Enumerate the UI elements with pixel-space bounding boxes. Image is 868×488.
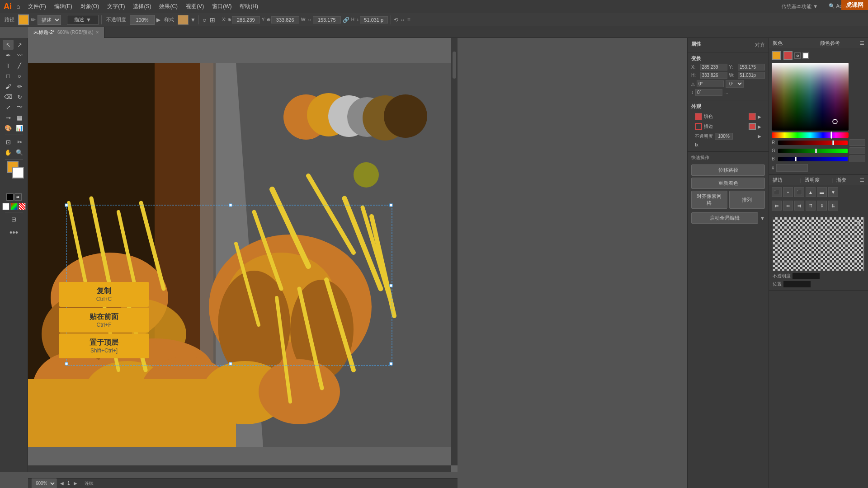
copy-menu-item[interactable]: 复制 Ctrl+C bbox=[59, 282, 149, 307]
color-gradient-picker[interactable] bbox=[772, 63, 849, 131]
position-slider-bar[interactable] bbox=[783, 281, 811, 287]
stroke-panel-title[interactable]: 描边 bbox=[773, 177, 796, 183]
gradient-fill-btn[interactable] bbox=[10, 203, 18, 210]
shear-input[interactable] bbox=[695, 89, 722, 96]
swap-colors-btn[interactable]: ⇄ bbox=[14, 193, 22, 201]
x-coord-input[interactable] bbox=[232, 16, 260, 23]
none-fill-btn[interactable] bbox=[19, 203, 26, 210]
dist-mid-btn[interactable]: ⇕ bbox=[817, 201, 827, 211]
transform-icon[interactable]: ⟲ bbox=[394, 17, 398, 23]
text-tool[interactable]: T bbox=[3, 61, 14, 70]
dist-bottom-btn[interactable]: ⇊ bbox=[828, 201, 838, 211]
align-left-btn[interactable]: ⬛ bbox=[772, 187, 782, 197]
selection-tool[interactable]: ↖ bbox=[3, 40, 14, 50]
zoom-select[interactable]: 600% bbox=[32, 479, 57, 488]
reflect-icon[interactable]: ↔ bbox=[400, 17, 406, 23]
color-panel-menu-btn[interactable]: ☰ bbox=[860, 40, 864, 46]
paint-brush-tool[interactable]: 🖌 bbox=[3, 81, 14, 91]
warp-tool[interactable]: 〜 bbox=[14, 102, 25, 112]
menu-effects[interactable]: 效果(C) bbox=[156, 2, 181, 11]
white-fill-btn[interactable] bbox=[802, 52, 809, 59]
graph-tool[interactable]: 📊 bbox=[14, 123, 25, 133]
ellipse-tool[interactable]: ○ bbox=[14, 71, 25, 81]
rotate-select[interactable]: 0° bbox=[726, 80, 744, 88]
align-mid-btn[interactable]: ▬ bbox=[817, 187, 827, 197]
change-screen-mode-btn[interactable]: ⊟ bbox=[3, 214, 25, 224]
tx-input[interactable] bbox=[700, 64, 727, 70]
dist-left-btn[interactable]: ⇇ bbox=[772, 201, 782, 211]
scroll-thumb-vertical[interactable] bbox=[453, 52, 456, 79]
menu-object[interactable]: 对象(O) bbox=[77, 2, 103, 11]
r-bar[interactable] bbox=[778, 141, 848, 145]
freeform-tool[interactable]: 〰 bbox=[14, 50, 25, 60]
artwork-canvas[interactable] bbox=[28, 38, 458, 472]
menu-select[interactable]: 选择(S) bbox=[129, 2, 155, 11]
paste-front-menu-item[interactable]: 贴在前面 Ctrl+F bbox=[59, 308, 149, 333]
align-center-btn[interactable]: ▪ bbox=[783, 187, 793, 197]
tw-input[interactable] bbox=[738, 72, 765, 79]
align-icon[interactable]: ≡ bbox=[407, 17, 410, 23]
gradient-tool[interactable]: ▦ bbox=[14, 113, 25, 122]
more-transform-btn[interactable]: … bbox=[724, 90, 728, 95]
b-bar[interactable] bbox=[778, 157, 848, 161]
pen-icon[interactable]: ✏ bbox=[31, 16, 36, 23]
menu-edit[interactable]: 编辑(E) bbox=[51, 2, 76, 11]
style-arrow[interactable]: ▼ bbox=[190, 17, 196, 23]
y-coord-input[interactable] bbox=[271, 16, 299, 23]
slice-tool[interactable]: ✂ bbox=[14, 137, 25, 147]
offset-path-btn[interactable]: 位移路径 bbox=[691, 164, 765, 176]
pencil-tool[interactable]: ✏ bbox=[14, 81, 25, 91]
w-coord-input[interactable] bbox=[313, 16, 341, 23]
align-bottom-btn[interactable]: ▼ bbox=[828, 187, 838, 197]
menu-text[interactable]: 文字(T) bbox=[104, 2, 128, 11]
pen-tool[interactable]: ✒ bbox=[3, 50, 14, 60]
fill-swatch-main[interactable] bbox=[772, 51, 781, 60]
menu-view[interactable]: 视图(V) bbox=[182, 2, 208, 11]
opacity-appear-arrow[interactable]: ▶ bbox=[758, 134, 761, 139]
hand-tool[interactable]: ✋ bbox=[3, 147, 14, 157]
hue-slider[interactable] bbox=[772, 132, 849, 138]
dist-top-btn[interactable]: ⇈ bbox=[806, 201, 816, 211]
default-colors-btn[interactable] bbox=[6, 193, 14, 201]
align-top-btn[interactable]: ▲ bbox=[806, 187, 816, 197]
background-swatch[interactable] bbox=[12, 167, 24, 178]
nav-next-btn[interactable]: ▶ bbox=[74, 481, 77, 486]
menu-window[interactable]: 窗口(W) bbox=[208, 2, 235, 11]
fill-arrow[interactable]: ▶ bbox=[758, 114, 761, 119]
opacity-slider-bar[interactable] bbox=[793, 273, 820, 279]
ty-input[interactable] bbox=[738, 64, 765, 70]
stroke-type-select[interactable]: 描述 bbox=[38, 15, 61, 25]
stroke-more-btn[interactable]: ▶ bbox=[758, 124, 761, 129]
trans-panel-menu-btn[interactable]: ☰ bbox=[860, 177, 864, 183]
link-icon[interactable]: 🔗 bbox=[343, 17, 349, 23]
nav-prev-btn[interactable]: ◀ bbox=[60, 481, 64, 486]
tab-active[interactable]: 未标题-2* 600% (RGB/预览) × bbox=[28, 27, 104, 38]
eyedropper-tool[interactable]: 🎨 bbox=[3, 123, 14, 133]
style-swatch[interactable] bbox=[178, 15, 189, 25]
g-bar[interactable] bbox=[778, 149, 848, 153]
stroke-swatch-main[interactable] bbox=[783, 51, 793, 60]
hex-input[interactable]: CCBC3F bbox=[776, 164, 808, 172]
fill-none-btn[interactable] bbox=[2, 203, 9, 210]
rotate-input[interactable] bbox=[697, 80, 724, 87]
opacity-appear-input[interactable] bbox=[715, 133, 733, 140]
dist-right-btn[interactable]: ⇉ bbox=[794, 201, 804, 211]
g-value-input[interactable]: 140 bbox=[849, 147, 865, 154]
menu-file[interactable]: 文件(F) bbox=[24, 2, 49, 11]
trans-info-btn[interactable] bbox=[857, 221, 860, 225]
circle-icon[interactable]: ○ bbox=[203, 16, 206, 23]
transparency-panel-title[interactable]: 透明度 bbox=[805, 177, 828, 183]
recolor-btn[interactable]: 重新着色 bbox=[691, 178, 765, 189]
dist-center-btn[interactable]: ⇔ bbox=[783, 201, 793, 211]
artboard-tool[interactable]: ⊡ bbox=[3, 137, 14, 147]
bring-to-front-menu-item[interactable]: 置于顶层 Shift+Ctrl+] bbox=[59, 333, 149, 358]
home-icon[interactable]: ⌂ bbox=[16, 3, 20, 10]
zoom-tool[interactable]: 🔍 bbox=[14, 147, 25, 157]
rect-tool[interactable]: □ bbox=[3, 71, 14, 81]
align-right-btn[interactable]: ⬛ bbox=[794, 187, 804, 197]
r-value-input[interactable]: 204 bbox=[849, 139, 865, 146]
eraser-tool[interactable]: ⌫ bbox=[3, 92, 14, 102]
line-tool[interactable]: ╱ bbox=[14, 61, 25, 70]
global-edit-btn[interactable]: 启动全局编辑 bbox=[691, 212, 758, 224]
h-coord-input[interactable] bbox=[360, 16, 388, 23]
